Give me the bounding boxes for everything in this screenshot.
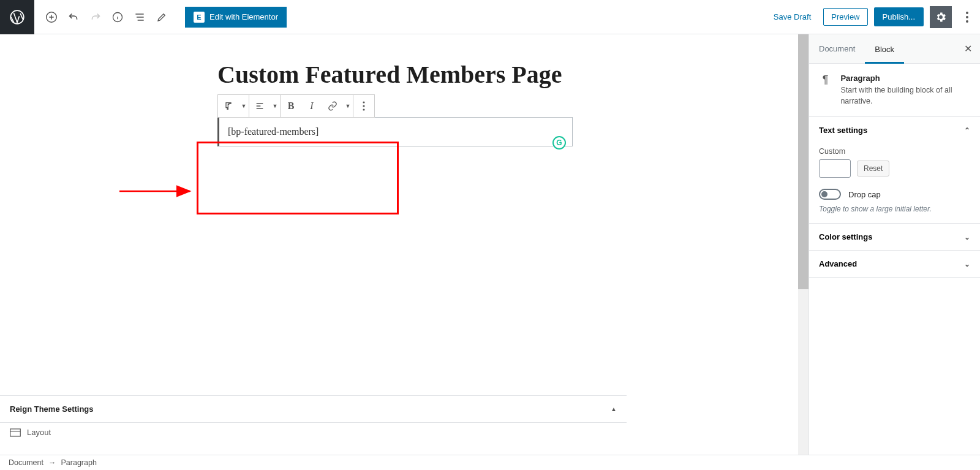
theme-settings-panel: Reign Theme Settings ▲ Layout bbox=[0, 395, 627, 439]
block-type-dropdown[interactable]: ▼ bbox=[239, 95, 249, 117]
annotation-arrow bbox=[119, 185, 199, 197]
align-button[interactable] bbox=[249, 95, 270, 117]
advanced-label: Advanced bbox=[819, 259, 857, 268]
theme-settings-title: Reign Theme Settings bbox=[10, 404, 94, 414]
svg-point-8 bbox=[363, 108, 364, 110]
elementor-button[interactable]: E Edit with Elementor bbox=[185, 7, 287, 28]
wp-logo[interactable] bbox=[0, 0, 34, 34]
svg-point-6 bbox=[363, 101, 364, 103]
settings-toggle-button[interactable] bbox=[930, 6, 952, 28]
dropcap-toggle[interactable] bbox=[819, 189, 841, 200]
scrollbar-thumb[interactable] bbox=[798, 34, 809, 289]
tab-block[interactable]: Block bbox=[865, 34, 904, 64]
chevron-down-icon: ⌄ bbox=[964, 260, 970, 268]
paragraph-icon: ¶ bbox=[819, 74, 832, 107]
elementor-label: Edit with Elementor bbox=[209, 12, 278, 21]
edit-button[interactable] bbox=[151, 6, 173, 28]
svg-point-7 bbox=[363, 105, 364, 107]
svg-point-4 bbox=[966, 16, 968, 18]
preview-button[interactable]: Preview bbox=[823, 8, 867, 26]
dropcap-label: Drop cap bbox=[848, 190, 881, 199]
dropcap-hint: Toggle to show a large initial letter. bbox=[819, 205, 970, 213]
color-settings-toggle[interactable]: Color settings ⌄ bbox=[809, 224, 980, 250]
undo-button[interactable] bbox=[62, 6, 85, 28]
chevron-up-icon: ▲ bbox=[611, 406, 617, 412]
close-sidebar-button[interactable]: ✕ bbox=[956, 34, 980, 64]
editor-canvas-area[interactable]: Custom Featured Members Page ▼ ▼ B I bbox=[0, 34, 809, 455]
block-type-button[interactable] bbox=[218, 95, 239, 117]
block-name: Paragraph bbox=[840, 74, 970, 83]
more-format-dropdown[interactable]: ▼ bbox=[343, 95, 353, 117]
custom-size-input[interactable] bbox=[819, 159, 851, 178]
layout-icon bbox=[10, 428, 21, 437]
link-button[interactable] bbox=[322, 95, 343, 117]
breadcrumb-document[interactable]: Document bbox=[9, 458, 43, 467]
breadcrumb-separator: → bbox=[48, 458, 56, 467]
paragraph-block[interactable]: [bp-featured-members] bbox=[217, 117, 573, 146]
grammarly-badge-icon[interactable]: G bbox=[552, 136, 566, 150]
align-dropdown[interactable]: ▼ bbox=[270, 95, 280, 117]
elementor-icon: E bbox=[194, 12, 205, 23]
advanced-toggle[interactable]: Advanced ⌄ bbox=[809, 251, 980, 277]
bold-button[interactable]: B bbox=[281, 95, 301, 117]
block-breadcrumb: Document → Paragraph bbox=[0, 455, 980, 470]
page-title[interactable]: Custom Featured Members Page bbox=[217, 59, 573, 91]
text-settings-label: Text settings bbox=[819, 126, 867, 135]
svg-point-5 bbox=[966, 20, 968, 23]
color-settings-label: Color settings bbox=[819, 232, 872, 241]
text-settings-toggle[interactable]: Text settings ⌃ bbox=[809, 117, 980, 143]
chevron-up-icon: ⌃ bbox=[964, 126, 970, 135]
settings-sidebar: Document Block ✕ ¶ Paragraph Start with … bbox=[809, 34, 980, 455]
editor-top-toolbar: E Edit with Elementor Save Draft Preview… bbox=[0, 0, 980, 34]
annotation-highlight-box bbox=[197, 142, 399, 214]
theme-settings-toggle[interactable]: Reign Theme Settings ▲ bbox=[0, 396, 627, 423]
block-toolbar: ▼ ▼ B I ▼ bbox=[217, 94, 375, 118]
theme-layout-label: Layout bbox=[27, 428, 51, 437]
custom-size-label: Custom bbox=[819, 147, 970, 156]
svg-rect-11 bbox=[10, 429, 21, 436]
block-more-button[interactable] bbox=[353, 95, 374, 117]
publish-button[interactable]: Publish... bbox=[874, 7, 924, 26]
tab-document[interactable]: Document bbox=[809, 34, 865, 64]
italic-button[interactable]: I bbox=[301, 95, 322, 117]
redo-button[interactable] bbox=[85, 6, 107, 28]
reset-size-button[interactable]: Reset bbox=[857, 161, 889, 176]
chevron-down-icon: ⌄ bbox=[964, 233, 970, 241]
svg-point-3 bbox=[966, 12, 968, 14]
save-draft-button[interactable]: Save Draft bbox=[767, 9, 817, 25]
more-menu-button[interactable] bbox=[958, 6, 976, 28]
info-button[interactable] bbox=[107, 6, 129, 28]
outline-button[interactable] bbox=[129, 6, 151, 28]
add-block-button[interactable] bbox=[40, 6, 62, 28]
breadcrumb-paragraph[interactable]: Paragraph bbox=[61, 458, 96, 467]
block-description: Start with the building block of all nar… bbox=[840, 85, 970, 107]
